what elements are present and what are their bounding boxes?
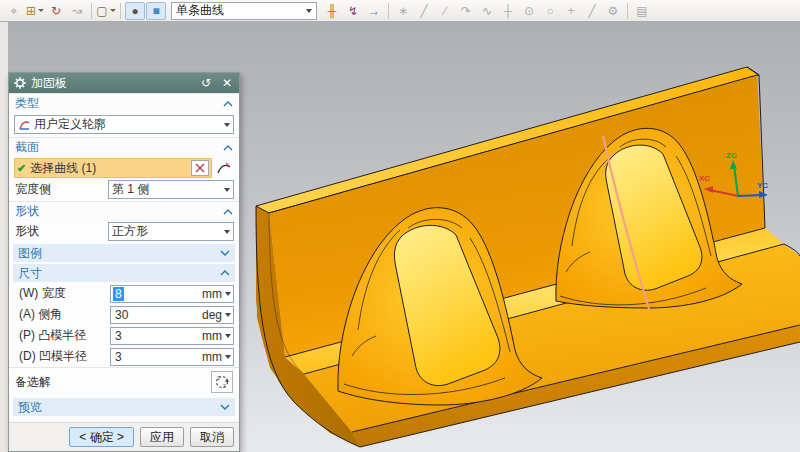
type-section-label: 类型 [15,95,39,112]
z-axis-label: ZC [726,151,737,160]
angle-dim-row: (A) 侧角 30 deg [9,304,239,325]
reset-icon[interactable]: ↺ [199,76,213,90]
shape-row: 形状 正方形 [9,221,239,243]
punch-radius-field[interactable]: 3 mm [110,327,234,345]
preview-label: 预览 [18,399,42,416]
window-left-edge [0,22,8,452]
x-axis-label: XC [699,174,710,183]
type-section-header[interactable]: 类型 [9,93,239,113]
type-combo[interactable]: 用户定义轮廓 [14,115,234,134]
chevron-down-icon [224,123,230,127]
rotate-arrow-icon[interactable]: ↻ [46,2,66,20]
chevron-down-icon [224,188,230,192]
gear-icon [14,77,26,89]
gear-gray-icon: ⚙ [603,2,623,20]
curve-rule-combo[interactable]: 单条曲线 [171,2,317,20]
type-combo-value: 用户定义轮廓 [34,116,106,133]
legend-label: 图例 [18,245,42,262]
punch-radius-unit: mm [202,329,225,343]
size-subsection-header[interactable]: 尺寸 [13,264,235,282]
shape-combo[interactable]: 正方形 [108,222,234,241]
preview-section-header[interactable]: 预览 [13,398,235,416]
selection-toolbar: ⌖⊞↻↝▢●■ 单条曲线 ╫↯→∗╱∕↷∿┼⊙○+╱⚙▤ [0,0,800,22]
line-icon: ╱ [414,2,434,20]
shape-section-label: 形状 [15,203,39,220]
dialog-titlebar[interactable]: 加固板 ↺ ✕ [9,73,239,93]
width-dim-row: (W) 宽度 8 mm [9,283,239,304]
chevron-down-icon[interactable] [225,292,231,296]
type-row: 用户定义轮廓 [9,113,239,137]
width-dim-unit: mm [202,287,225,301]
cube-icon[interactable]: ■ [146,2,166,20]
toolbar-separator [627,3,628,19]
width-side-value: 第 1 侧 [112,181,149,198]
shape-label: 形状 [15,223,39,240]
layers-icon: ▤ [632,2,652,20]
angle-dim-value[interactable]: 30 [113,308,130,322]
sphere-icon[interactable]: ● [125,2,145,20]
curve-rule-value: 单条曲线 [176,2,224,19]
die-radius-field[interactable]: 3 mm [110,348,234,366]
select-curve-field[interactable]: ✔ 选择曲线 (1) [14,158,212,178]
apply-button[interactable]: 应用 [140,427,184,447]
y-axis-label: YC [757,181,768,190]
die-radius-row: (D) 凹模半径 3 mm [9,346,239,367]
dialog-footer: < 确定 > 应用 取消 [9,422,239,451]
shape-value: 正方形 [112,223,148,240]
segment-icon: ∕ [435,2,455,20]
profile-icon [18,119,31,131]
plus-icon: + [561,2,581,20]
width-side-combo[interactable]: 第 1 侧 [108,180,234,199]
close-icon[interactable]: ✕ [220,76,234,90]
frame-plus-icon[interactable]: ⊞ [25,2,45,20]
width-dim-value[interactable]: 8 [113,287,124,301]
deselect-icon[interactable] [191,160,209,176]
dropdown-arrow-icon[interactable] [110,9,116,12]
chevron-down-icon [306,9,312,13]
angle-dim-field[interactable]: 30 deg [110,306,234,324]
chevron-down-icon[interactable] [225,313,231,317]
follow-fillet-icon[interactable]: ↯ [343,2,363,20]
select-curve-row: ✔ 选择曲线 (1) [9,157,239,179]
curve-chain-icon[interactable] [214,158,234,178]
chevron-down-icon[interactable] [225,355,231,359]
alternate-solution-label: 备选解 [15,374,51,391]
intersection-stop-icon[interactable]: ╫ [322,2,342,20]
point-icon: ∗ [393,2,413,20]
axis-icon: ┼ [498,2,518,20]
arrow-right-icon[interactable]: → [364,2,384,20]
select-curve-label: 选择曲线 (1) [30,160,96,177]
cancel-button[interactable]: 取消 [190,427,234,447]
chevron-up-icon [223,209,233,215]
circle-dot-icon: ⊙ [519,2,539,20]
dialog-title: 加固板 [31,75,67,92]
chevron-up-icon [220,270,230,276]
legend-subsection-header[interactable]: 图例 [13,244,235,262]
spline-icon: ∿ [477,2,497,20]
chevron-up-icon [223,101,233,107]
angle-dim-label: (A) 侧角 [19,306,62,323]
punch-radius-value[interactable]: 3 [113,329,124,343]
dropdown-arrow-icon[interactable] [38,9,44,12]
angle-dim-unit: deg [202,308,225,322]
toolbar-separator [91,3,92,19]
shape-section-header[interactable]: 形状 [9,201,239,221]
dashed-rectangle-icon[interactable]: ▢ [96,2,116,20]
toolbar-separator [120,3,121,19]
slash-icon: ╱ [582,2,602,20]
cycle-solutions-icon[interactable]: 1 2 [211,371,233,393]
chevron-down-icon[interactable] [225,334,231,338]
svg-text:2: 2 [223,383,226,389]
circle-icon: ○ [540,2,560,20]
chevron-down-icon [220,250,230,256]
width-side-label: 宽度侧 [15,181,51,198]
width-dim-field[interactable]: 8 mm [110,285,234,303]
toolbar-separator [388,3,389,19]
section-section-header[interactable]: 截面 [9,137,239,157]
curve-sweep-icon: ↝ [67,2,87,20]
arc-icon: ↷ [456,2,476,20]
svg-text:1: 1 [217,375,220,381]
die-radius-value[interactable]: 3 [113,350,124,364]
chevron-up-icon [223,145,233,151]
ok-button[interactable]: < 确定 > [69,427,134,447]
